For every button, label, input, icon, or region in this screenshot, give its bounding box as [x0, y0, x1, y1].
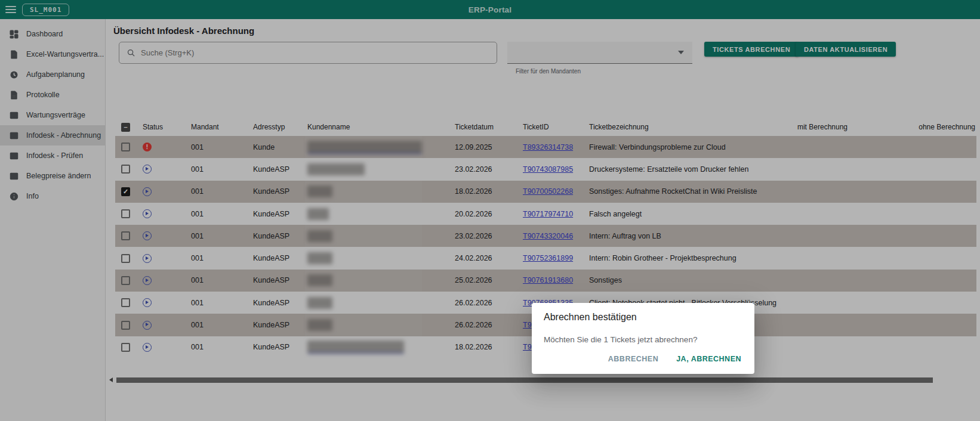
dialog-message: Möchten Sie die 1 Tickets jetzt abrechne… [544, 335, 742, 344]
confirm-dialog: Abrechnen bestätigen Möchten Sie die 1 T… [532, 303, 754, 374]
modal-scrim[interactable] [0, 0, 980, 421]
erp-portal-app: SL_M001 ERP-Portal DashboardxExcel-Wartu… [0, 0, 980, 421]
dialog-title: Abrechnen bestätigen [544, 312, 742, 323]
dialog-confirm-button[interactable]: JA, ABRECHNEN [675, 352, 742, 366]
dialog-actions: ABBRECHEN JA, ABRECHNEN [544, 352, 742, 369]
dialog-cancel-button[interactable]: ABBRECHEN [607, 352, 660, 366]
